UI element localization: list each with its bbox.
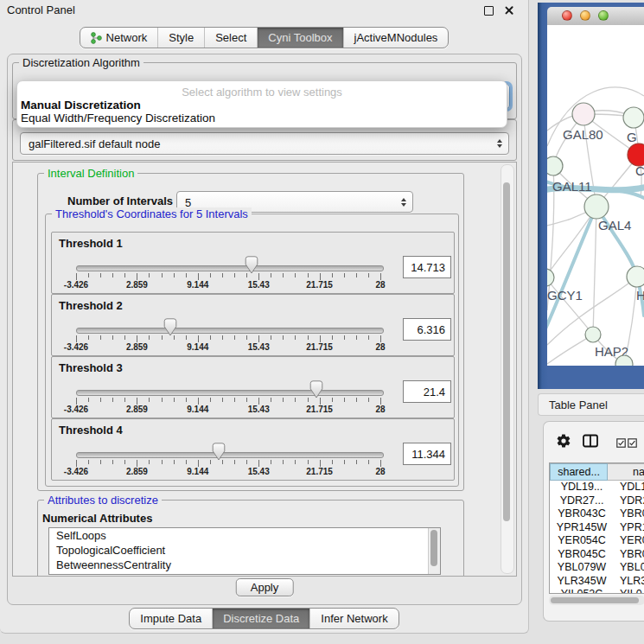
float-window-icon[interactable] — [484, 6, 494, 16]
slider-tick — [162, 460, 163, 464]
network-canvas[interactable]: GAL80GCGAL11GAL4GCY1HHAP2 — [547, 25, 644, 366]
cell-name: YER0 — [614, 534, 644, 548]
network-node-label: GAL80 — [563, 127, 603, 142]
table-row[interactable]: YPR145WYPR1 — [550, 521, 644, 535]
cell-shared-name: YBR043C — [550, 507, 614, 521]
column-header-name[interactable]: na — [608, 463, 644, 481]
table-row[interactable]: YBR045CYBR0 — [550, 548, 644, 562]
cell-shared-name: YLR345W — [550, 575, 614, 589]
slider-tick-label: -3.426 — [57, 342, 95, 352]
slider-tick — [258, 398, 259, 405]
threshold-value-field[interactable]: 6.316 — [403, 318, 451, 341]
popup-option-equal-width-frequency[interactable]: Equal Width/Frequency Discretization — [21, 112, 215, 124]
network-node-gcy1[interactable] — [547, 269, 554, 286]
cell-name: YBL0 — [614, 561, 644, 575]
network-node-h[interactable] — [627, 266, 644, 287]
table-horizontal-scrollbar[interactable] — [549, 596, 644, 605]
network-node-gal80[interactable] — [572, 103, 595, 125]
gear-icon[interactable] — [556, 433, 571, 449]
cell-name: YPR1 — [614, 521, 644, 535]
network-node-gal4[interactable] — [584, 194, 609, 219]
cell-shared-name: YER054C — [550, 534, 614, 548]
network-window-titlebar[interactable] — [547, 7, 644, 26]
group-title-thresholds: Threshold's Coordinates for 5 Intervals — [52, 207, 252, 220]
list-scrollbar[interactable] — [428, 528, 440, 574]
slider-tick — [88, 460, 89, 464]
slider-tick — [271, 335, 271, 340]
slider-tick — [88, 398, 89, 402]
slider-tick — [149, 273, 150, 277]
settings-vertical-scrollbar[interactable] — [501, 164, 514, 574]
slider-tick-label: 2.859 — [118, 280, 156, 290]
popup-option-manual-discretization[interactable]: Manual Discretization — [21, 99, 141, 112]
network-edge[interactable] — [593, 207, 596, 335]
network-edge-highlighted[interactable] — [547, 207, 596, 333]
split-columns-icon[interactable] — [583, 434, 598, 448]
tab-infer-network[interactable]: Infer Network — [309, 609, 398, 628]
node-attribute-table: shared... na YDL19...YDL1YDR27...YDR2YBR… — [549, 462, 644, 594]
slider-tick — [380, 460, 381, 467]
slider-tick — [246, 398, 247, 402]
checkbox-icon[interactable] — [616, 438, 626, 448]
group-threshold-coordinates: Threshold's Coordinates for 5 Intervals … — [45, 214, 459, 487]
slider-tick — [308, 460, 309, 464]
group-title-interval-definition: Interval Definition — [44, 167, 137, 180]
network-node-hap2[interactable] — [585, 327, 601, 342]
column-header-shared-name[interactable]: shared... — [550, 463, 608, 481]
slider-tick — [112, 460, 113, 464]
settings-scrollbar-thumb[interactable] — [503, 182, 510, 521]
minimize-traffic-light-icon[interactable] — [580, 10, 590, 21]
slider-track[interactable] — [76, 265, 384, 271]
apply-button[interactable]: Apply — [236, 578, 294, 596]
tab-select[interactable]: Select — [204, 28, 257, 48]
slider-thumb[interactable] — [212, 443, 226, 461]
threshold-value-field[interactable]: 21.4 — [403, 380, 451, 403]
slider-tick — [295, 398, 296, 402]
tab-network[interactable]: Network — [80, 28, 158, 48]
slider-track[interactable] — [76, 328, 384, 334]
table-row[interactable]: YDR27...YDR2 — [550, 494, 644, 508]
tab-style[interactable]: Style — [157, 28, 204, 48]
slider-tick — [234, 273, 235, 277]
slider-thumb[interactable] — [245, 256, 258, 274]
control-panel-tabs: NetworkStyleSelectCyni ToolboxjActiveMNo… — [80, 27, 450, 48]
slider-track[interactable] — [76, 452, 384, 458]
close-icon[interactable] — [504, 5, 514, 16]
slider-tick — [356, 398, 357, 402]
close-traffic-light-icon[interactable] — [562, 10, 572, 21]
slider-tick — [308, 335, 309, 340]
table-row[interactable]: YIL052CYIL0 — [550, 588, 644, 593]
table-scrollbar-thumb[interactable] — [551, 597, 639, 603]
slider-tick — [368, 273, 369, 277]
slider-track[interactable] — [76, 390, 384, 396]
tab-impute-data[interactable]: Impute Data — [130, 609, 212, 628]
attribute-list-item[interactable]: TopologicalCoefficient — [49, 543, 440, 558]
checkbox-icon[interactable] — [628, 438, 637, 448]
attribute-list-item[interactable]: SelfLoops — [49, 528, 440, 543]
tab-cyni-toolbox[interactable]: Cyni Toolbox — [257, 28, 342, 48]
network-node-gal11[interactable] — [547, 156, 563, 175]
table-panel-box: shared... na YDL19...YDL1YDR27...YDR2YBR… — [543, 421, 644, 622]
tab-label: Network — [106, 31, 148, 44]
table-row[interactable]: YBL079WYBL0 — [550, 561, 644, 575]
slider-thumb[interactable] — [309, 380, 323, 399]
tab-discretize-data[interactable]: Discretize Data — [212, 609, 309, 628]
tab-jactivemnodules[interactable]: jActiveMNodules — [343, 28, 449, 48]
threshold-value-field[interactable]: 11.344 — [403, 443, 451, 465]
slider-thumb[interactable] — [163, 318, 177, 336]
network-node-label: G — [627, 130, 637, 144]
table-row[interactable]: YBR043CYBR0 — [550, 507, 644, 521]
list-scrollbar-thumb[interactable] — [430, 530, 437, 566]
table-data-combobox[interactable]: galFiltered.sif default node — [20, 132, 509, 155]
zoom-traffic-light-icon[interactable] — [598, 10, 609, 21]
network-node-g[interactable] — [623, 107, 644, 128]
slider-tick — [137, 335, 137, 342]
table-row[interactable]: YER054CYER0 — [550, 534, 644, 548]
table-row[interactable]: YLR345WYLR3 — [550, 575, 644, 589]
cell-name: YDR2 — [614, 494, 644, 508]
table-row[interactable]: YDL19...YDL1 — [550, 481, 644, 494]
slider-tick — [137, 460, 137, 467]
numerical-attributes-list[interactable]: SelfLoopsTopologicalCoefficientBetweenne… — [48, 527, 441, 575]
attribute-list-item[interactable]: BetweennessCentrality — [49, 558, 440, 572]
threshold-value-field[interactable]: 14.713 — [403, 256, 451, 278]
